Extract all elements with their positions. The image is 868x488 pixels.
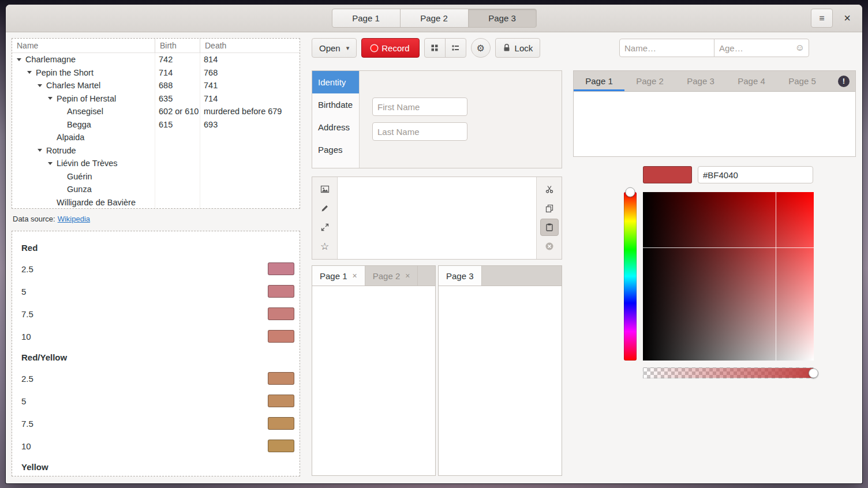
sidebar-item-address[interactable]: Address xyxy=(312,116,359,138)
tree-row[interactable]: Ansegisel602 or 610murdered before 679 xyxy=(12,105,300,118)
tree-row[interactable]: Begga615693 xyxy=(12,118,300,132)
expander-icon[interactable] xyxy=(38,149,42,152)
expander-icon[interactable] xyxy=(17,58,21,61)
name-input[interactable] xyxy=(619,39,714,57)
notebooks: Page 1×Page 2× Page 3 xyxy=(312,265,562,476)
text-area[interactable] xyxy=(337,177,537,259)
tree-row[interactable]: Pepin of Herstal635714 xyxy=(12,92,300,106)
grid-view-button[interactable] xyxy=(424,38,446,58)
tree-cell-name: Charlemagne xyxy=(25,55,76,64)
tab-close-icon[interactable]: × xyxy=(353,271,357,280)
tree-row[interactable]: Alpaida xyxy=(12,131,300,144)
tree-row[interactable]: Charles Martel688741 xyxy=(12,79,300,92)
saturation-value-plane[interactable] xyxy=(643,192,814,361)
last-name-field[interactable] xyxy=(372,122,467,141)
list-view-button[interactable] xyxy=(445,38,466,58)
tab-page-4[interactable]: Page 4 xyxy=(726,71,777,91)
name-age-entries: ☺ xyxy=(619,39,809,57)
hamburger-icon: ≡ xyxy=(819,13,824,24)
tab-close-icon[interactable]: × xyxy=(405,271,410,280)
lock-button[interactable]: Lock xyxy=(495,38,541,58)
favorite-button[interactable]: ☆ xyxy=(316,238,334,255)
color-editor-row xyxy=(643,166,813,183)
color-swatch-button[interactable] xyxy=(268,372,294,385)
nb-left-tabs: Page 1×Page 2× xyxy=(312,266,435,286)
sidebar-item-birthdate[interactable]: Birthdate xyxy=(312,93,359,116)
notebook-tab-page-2[interactable]: Page 2× xyxy=(365,266,418,286)
sidebar-item-pages[interactable]: Pages xyxy=(312,138,359,161)
hex-color-input[interactable] xyxy=(698,166,813,183)
color-swatch-button[interactable] xyxy=(268,262,294,275)
color-swatch-button[interactable] xyxy=(268,307,294,320)
smiley-icon: ☺ xyxy=(795,43,805,53)
scissors-icon xyxy=(545,185,554,194)
swatch-list-body: Red2.557.510Red/Yellow2.557.510Yellow xyxy=(21,243,295,475)
expander-icon[interactable] xyxy=(38,84,42,87)
window-close-button[interactable]: × xyxy=(837,9,857,28)
identity-sidebar: IdentityBirthdateAddressPages xyxy=(312,71,360,168)
alpha-slider[interactable] xyxy=(643,367,814,378)
sv-crosshair-horizontal xyxy=(643,247,814,248)
expander-icon[interactable] xyxy=(48,97,53,100)
tree-cell-birth xyxy=(155,170,200,183)
color-swatch-button[interactable] xyxy=(268,440,294,452)
color-swatch-button[interactable] xyxy=(268,330,294,343)
notebook-right-page[interactable] xyxy=(439,286,562,475)
remove-button[interactable] xyxy=(540,238,559,255)
alpha-slider-handle[interactable] xyxy=(809,368,818,378)
header-tab-page-2[interactable]: Page 2 xyxy=(400,9,469,28)
menu-button[interactable]: ≡ xyxy=(811,9,833,28)
tree-row[interactable]: Rotrude xyxy=(12,144,300,157)
edit-button[interactable] xyxy=(316,200,334,217)
sidebar-item-identity[interactable]: Identity xyxy=(312,71,359,93)
tree-cell-name: Liévin de Trèves xyxy=(57,159,118,168)
tree-cell-birth: 635 xyxy=(155,92,200,106)
insert-image-button[interactable] xyxy=(316,181,334,198)
color-swatch-button[interactable] xyxy=(268,417,294,430)
tree-cell-name: Charles Martel xyxy=(46,81,100,90)
color-swatch-button[interactable] xyxy=(268,285,294,298)
tree-row[interactable]: Gunza xyxy=(12,183,300,196)
right-notebook-page[interactable] xyxy=(574,92,855,156)
cut-button[interactable] xyxy=(540,181,559,198)
expand-button[interactable] xyxy=(316,219,334,236)
expander-icon[interactable] xyxy=(27,71,32,74)
tree-row[interactable]: Charlemagne742814 xyxy=(12,53,300,66)
header-tab-page-3[interactable]: Page 3 xyxy=(468,9,537,28)
color-swatch[interactable] xyxy=(643,166,692,183)
warning-icon[interactable]: ! xyxy=(838,76,850,87)
wikipedia-link[interactable]: Wikipedia xyxy=(58,215,90,223)
tree-row[interactable]: Willigarde de Bavière xyxy=(12,196,300,209)
column-header-name[interactable]: Name xyxy=(12,39,155,52)
column-header-birth[interactable]: Birth xyxy=(155,39,200,52)
tree-row[interactable]: Guérin xyxy=(12,170,300,183)
first-name-field[interactable] xyxy=(372,97,467,116)
swatch-label: 5 xyxy=(21,287,268,296)
copy-button[interactable] xyxy=(540,200,559,217)
hue-slider-handle[interactable] xyxy=(626,187,635,197)
tab-page-1[interactable]: Page 1 xyxy=(574,71,624,91)
tab-page-2[interactable]: Page 2 xyxy=(624,71,675,91)
record-button[interactable]: Record xyxy=(361,38,419,58)
header-tab-page-1[interactable]: Page 1 xyxy=(332,9,401,28)
tab-page-5[interactable]: Page 5 xyxy=(777,71,828,91)
settings-button[interactable]: ⚙ xyxy=(471,38,491,58)
swatch-row: 5 xyxy=(21,285,295,298)
column-header-death[interactable]: Death xyxy=(200,39,300,52)
open-label: Open xyxy=(319,43,341,53)
notebook-tab-page-3[interactable]: Page 3 xyxy=(439,266,482,286)
color-swatch-button[interactable] xyxy=(268,395,294,407)
header-tab-group: Page 1Page 2Page 3 xyxy=(332,9,537,28)
identity-form: IdentityBirthdateAddressPages xyxy=(312,70,562,168)
notebook-tab-page-1[interactable]: Page 1× xyxy=(312,266,365,286)
tree-row[interactable]: Pepin the Short714768 xyxy=(12,66,300,80)
hue-slider[interactable] xyxy=(624,192,637,361)
tab-page-3[interactable]: Page 3 xyxy=(675,71,726,91)
tree-row[interactable]: Liévin de Trèves xyxy=(12,157,300,170)
expander-icon[interactable] xyxy=(48,162,53,165)
expand-icon xyxy=(320,223,330,232)
notebook-left-page[interactable] xyxy=(312,286,435,475)
paste-button[interactable] xyxy=(540,219,559,236)
open-button[interactable]: Open ▾ xyxy=(312,38,357,58)
header-actions: ≡ × xyxy=(811,9,857,28)
